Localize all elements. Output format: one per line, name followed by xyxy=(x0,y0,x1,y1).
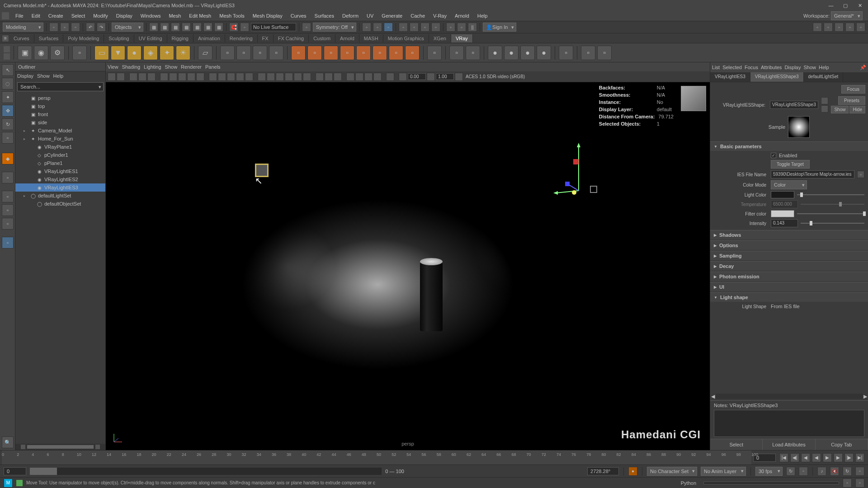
intensity-slider[interactable] xyxy=(801,220,864,227)
outliner-toggle[interactable]: ▫ xyxy=(2,237,14,249)
vray-material2-icon[interactable]: ● xyxy=(504,46,519,60)
vp-dof-icon[interactable] xyxy=(316,73,324,81)
hide-button[interactable]: Hide xyxy=(849,106,865,113)
range-slider[interactable] xyxy=(30,468,382,475)
close-button[interactable]: ✕ xyxy=(855,1,864,10)
shelf-tab-poly[interactable]: Poly Modeling xyxy=(63,34,104,42)
outliner-item-defaultLightSet[interactable]: ▸◯defaultLightSet xyxy=(15,192,105,200)
pause-icon[interactable]: || xyxy=(468,23,477,32)
ipr-icon[interactable]: ▫ xyxy=(410,23,419,32)
vray-decal-icon[interactable]: ▫ xyxy=(466,46,480,60)
vp-bookmark-icon[interactable] xyxy=(117,73,125,81)
attr-menu-list[interactable]: List xyxy=(712,65,720,70)
vray-light-dome-icon[interactable]: ▼ xyxy=(111,46,125,60)
vray-material-icon[interactable]: ● xyxy=(488,46,502,60)
outliner-item-persp[interactable]: ▣persp xyxy=(15,94,105,102)
last-tool[interactable]: ◆ xyxy=(2,153,14,164)
hypershade-icon[interactable]: ▫ xyxy=(431,23,440,32)
outliner-item-defaultObjectSet[interactable]: ◯defaultObjectSet xyxy=(15,200,105,208)
layout-single-btn[interactable]: ▫ xyxy=(2,191,14,202)
vray-tool-icon[interactable]: ▫ xyxy=(559,46,573,60)
vray-light-mesh-icon[interactable]: ◈ xyxy=(143,46,158,60)
rotate-tool[interactable]: ↻ xyxy=(2,118,14,130)
outliner-item-side[interactable]: ▣side xyxy=(15,118,105,127)
menu-arnold[interactable]: Arnold xyxy=(451,12,473,19)
panel-layout-icon[interactable]: ▫ xyxy=(813,23,822,32)
shelf-menu-icon[interactable]: ≡ xyxy=(2,35,9,42)
outliner-search[interactable]: Search... xyxy=(17,82,104,91)
viewcube[interactable] xyxy=(681,86,706,111)
vp-more-icon[interactable] xyxy=(386,73,394,81)
vray-fur3-icon[interactable]: ▫ xyxy=(324,46,338,60)
vray-proxy3-icon[interactable]: ▫ xyxy=(253,46,267,60)
lasso-tool[interactable]: ◌ xyxy=(2,78,14,89)
symmetry-dropdown[interactable]: Symmetry: Off xyxy=(313,23,356,32)
construct2-icon[interactable]: ▫ xyxy=(373,23,382,32)
menu-vray[interactable]: V-Ray xyxy=(429,12,450,19)
outliner-item-VRayLightIES1[interactable]: ◉VRayLightIES1 xyxy=(15,167,105,175)
outliner-item-top[interactable]: ▣top xyxy=(15,102,105,110)
fps-dropdown[interactable]: 30 fps xyxy=(755,467,783,476)
vp-xray-icon[interactable] xyxy=(267,73,275,81)
vp-ssao-icon[interactable] xyxy=(334,73,342,81)
vray-light-rect-icon[interactable]: ▭ xyxy=(94,46,109,60)
goto-end-button[interactable]: ▶| xyxy=(855,453,864,462)
construct-icon[interactable]: ▫ xyxy=(362,23,371,32)
vray-fur-icon[interactable]: ▫ xyxy=(291,46,306,60)
toggle-target-button[interactable]: Toggle Target xyxy=(771,160,810,169)
section-sampling[interactable]: ▶Sampling xyxy=(710,251,868,260)
mute-icon[interactable]: 🔇 xyxy=(830,467,839,476)
help-icon[interactable]: ▫ xyxy=(855,479,864,488)
section-basic[interactable]: ▼Basic parameters xyxy=(710,142,868,151)
menu-mesh-display[interactable]: Mesh Display xyxy=(249,12,286,19)
snap-curve-icon[interactable]: ▦ xyxy=(160,23,169,32)
play-forward-button[interactable]: ▶ xyxy=(823,453,832,462)
outliner-scrollbar[interactable] xyxy=(15,444,105,450)
snap-plane-icon[interactable]: ▦ xyxy=(182,23,191,32)
rendersettings-icon[interactable]: ▫ xyxy=(420,23,429,32)
vray-fur8-icon[interactable]: ▫ xyxy=(405,46,420,60)
vray-clipper-icon[interactable]: ▫ xyxy=(449,46,464,60)
new-scene-icon[interactable]: ▫ xyxy=(49,23,58,32)
range-start[interactable]: 0 xyxy=(4,467,26,475)
menu-mesh-tools[interactable]: Mesh Tools xyxy=(216,12,248,19)
attr-menu-help[interactable]: Help xyxy=(819,65,829,70)
ghost-icon[interactable]: ▫ xyxy=(457,23,466,32)
menu-modify[interactable]: Modify xyxy=(90,12,111,19)
vp-exposure-icon[interactable] xyxy=(399,73,407,81)
maya-m-icon[interactable]: M xyxy=(4,479,13,488)
vp-menu-renderer[interactable]: Renderer xyxy=(181,64,202,70)
attr-menu-show[interactable]: Show xyxy=(803,65,816,70)
copy-icon[interactable] xyxy=(821,105,828,113)
lightcolor-swatch[interactable] xyxy=(771,191,794,198)
loop-icon[interactable]: ↻ xyxy=(786,467,795,476)
select-tool[interactable]: ↖ xyxy=(2,64,14,76)
outliner-item-Home_For_Sun[interactable]: ▸✦Home_For_Sun xyxy=(15,135,105,143)
rotation-field[interactable]: 2728.28° xyxy=(587,467,619,475)
show-button[interactable]: Show xyxy=(831,106,849,113)
menuset-dropdown[interactable]: Modeling xyxy=(3,23,43,32)
save-scene-icon[interactable]: ▫ xyxy=(71,23,80,32)
vp-lightedit-icon[interactable] xyxy=(346,73,354,81)
outliner-item-pCylinder1[interactable]: ◇pCylinder1 xyxy=(15,151,105,159)
vp-colorspace-icon[interactable] xyxy=(455,73,463,81)
vp-camera-icon[interactable] xyxy=(108,73,116,81)
attreditor-icon[interactable]: ▫ xyxy=(856,23,865,32)
vp-grease-icon[interactable] xyxy=(147,73,156,81)
search-tool[interactable]: 🔍 xyxy=(2,436,14,448)
shelf-tab-rig[interactable]: Rigging xyxy=(167,34,193,42)
shelf-tab-arnold[interactable]: Arnold xyxy=(335,34,359,42)
vp-shaded-icon[interactable] xyxy=(218,73,226,81)
outliner-menu-show[interactable]: Show xyxy=(37,73,50,79)
browse-icon[interactable]: ▫ xyxy=(857,171,864,178)
magnet-icon[interactable]: 🧲 xyxy=(229,23,238,32)
shelf-tab-sculpt[interactable]: Sculpting xyxy=(104,34,134,42)
vp-xrayj-icon[interactable] xyxy=(276,73,284,81)
play-back-button[interactable]: ◀ xyxy=(812,453,821,462)
shelf-tab-anim[interactable]: Animation xyxy=(193,34,225,42)
vray-fur2-icon[interactable]: ▫ xyxy=(307,46,322,60)
autokey-icon[interactable]: ● xyxy=(628,467,637,476)
shelf-tab-surfaces[interactable]: Surfaces xyxy=(34,34,63,42)
menu-mesh[interactable]: Mesh xyxy=(165,12,184,19)
outliner-item-VRayLightIES2[interactable]: ◉VRayLightIES2 xyxy=(15,175,105,183)
